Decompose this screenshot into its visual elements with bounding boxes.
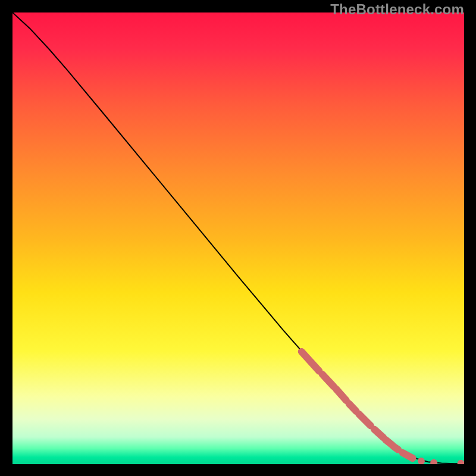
gradient-background xyxy=(12,12,464,464)
chart-plot xyxy=(12,12,464,464)
marker-segment xyxy=(403,453,413,458)
watermark-text: TheBottleneck.com xyxy=(330,1,464,18)
chart-stage: TheBottleneck.com xyxy=(0,0,476,476)
marker-segment xyxy=(394,446,399,449)
